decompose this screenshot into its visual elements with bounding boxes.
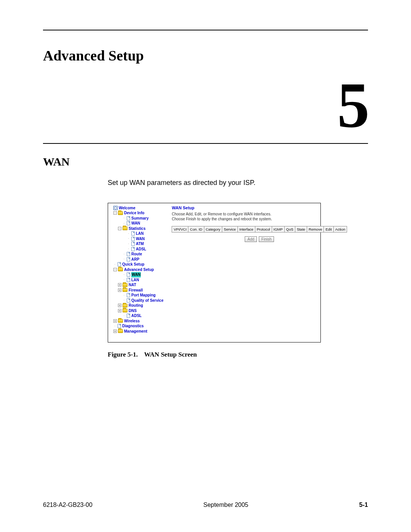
expand-icon[interactable]: +	[118, 304, 121, 307]
tree-label: Welcome	[119, 205, 135, 211]
tree-label: Diagnostics	[122, 323, 144, 329]
wan-table: VPI/VCI Con. ID Category Service Interfa…	[172, 226, 347, 233]
finish-button[interactable]: Finish	[259, 236, 274, 242]
folder-icon	[118, 211, 123, 215]
panel-text-1: Choose Add, Edit, or Remove to configure…	[172, 212, 347, 217]
page-icon	[131, 247, 135, 251]
tree-adv-adsl[interactable]: ·ADSL	[110, 313, 163, 319]
tree-welcome[interactable]: Welcome	[110, 205, 163, 211]
collapse-icon[interactable]: -	[118, 227, 121, 230]
footer-date: September 2005	[203, 502, 248, 508]
tree-device-info[interactable]: -Device Info	[110, 210, 163, 216]
collapse-icon[interactable]: -	[113, 268, 117, 271]
page-icon	[127, 298, 130, 303]
col-service: Service	[222, 226, 238, 232]
col-state: State	[295, 226, 307, 232]
tree-label: NAT	[129, 282, 136, 288]
tree-label-selected: WAN	[131, 272, 141, 277]
folder-icon	[123, 226, 127, 230]
tree-quick-setup[interactable]: ·Quick Setup	[110, 262, 163, 267]
panel-text-2: Choose Finish to apply the changes and r…	[172, 217, 347, 221]
tree-arp[interactable]: ·ARP	[110, 257, 163, 262]
folder-icon	[118, 329, 123, 333]
tree-route[interactable]: ·Route	[110, 252, 163, 257]
tree-firewall[interactable]: +Firewall	[110, 288, 163, 293]
tree-wan[interactable]: ·WAN	[110, 221, 163, 226]
page-icon	[127, 257, 130, 261]
col-interface: Interface	[237, 226, 255, 232]
tree-label: ADSL	[136, 247, 146, 252]
tree-label: Wireless	[124, 319, 140, 324]
tree-nat[interactable]: +NAT	[110, 282, 163, 288]
rule-top	[43, 30, 368, 30]
tree-label: ATM	[136, 241, 144, 247]
figure-caption-prefix: Figure 5-1.	[108, 351, 138, 358]
table-header-row: VPI/VCI Con. ID Category Service Interfa…	[172, 226, 347, 232]
page-icon	[118, 324, 121, 328]
expand-icon[interactable]: +	[118, 283, 121, 287]
tree-stat-atm[interactable]: ·ATM	[110, 241, 163, 247]
tree-routing[interactable]: +Routing	[110, 303, 163, 308]
tree-statistics[interactable]: -Statistics	[110, 226, 163, 231]
page-icon	[131, 242, 135, 246]
col-qos: QoS	[284, 226, 295, 232]
tree-dns[interactable]: +DNS	[110, 308, 163, 314]
tree-stat-wan[interactable]: ·WAN	[110, 236, 163, 242]
page-icon	[127, 216, 130, 220]
folder-icon	[118, 268, 123, 271]
tree-adv-wan[interactable]: ·WAN	[110, 272, 163, 277]
tree-label: Management	[124, 329, 147, 334]
col-category: Category	[204, 226, 222, 232]
rule-below-number	[43, 143, 368, 144]
section-body: Set up WAN parameters as directed by you…	[108, 179, 368, 187]
tree-label: Summary	[131, 216, 149, 221]
tree-advanced-setup[interactable]: -Advanced Setup	[110, 267, 163, 272]
page-icon	[127, 278, 130, 282]
page-icon	[127, 293, 130, 297]
col-edit: Edit	[324, 226, 333, 232]
expand-icon[interactable]: +	[118, 309, 121, 312]
tree-label: Statistics	[129, 226, 145, 231]
tree-label: Firewall	[129, 288, 143, 293]
tree-label: LAN	[136, 231, 144, 236]
add-button[interactable]: Add	[245, 236, 257, 242]
collapse-icon[interactable]: -	[113, 211, 117, 215]
chapter-number: 5	[43, 75, 368, 136]
page-footer: 6218-A2-GB23-00 September 2005 5-1	[43, 502, 368, 508]
tree-qos[interactable]: ·Quality of Service	[110, 298, 163, 303]
monitor-icon	[113, 206, 118, 210]
page-icon	[127, 314, 130, 318]
col-igmp: IGMP	[272, 226, 284, 232]
folder-icon	[123, 288, 127, 292]
folder-icon	[123, 283, 127, 287]
tree-label: LAN	[131, 277, 139, 283]
tree-label: Routing	[129, 303, 143, 308]
tree-port-mapping[interactable]: ·Port Mapping	[110, 293, 163, 298]
folder-icon	[123, 309, 127, 312]
expand-icon[interactable]: +	[113, 319, 117, 323]
footer-page-number: 5-1	[359, 502, 368, 508]
page-icon	[131, 231, 135, 236]
tree-label: WAN	[131, 221, 140, 226]
tree-label: ADSL	[131, 313, 142, 319]
tree-management[interactable]: +Management	[110, 329, 163, 334]
tree-diagnostics[interactable]: ·Diagnostics	[110, 323, 163, 329]
page-icon	[127, 272, 130, 277]
expand-icon[interactable]: +	[113, 330, 117, 333]
expand-icon[interactable]: +	[118, 288, 121, 292]
tree-adv-lan[interactable]: ·LAN	[110, 277, 163, 283]
tree-label: DNS	[129, 308, 137, 314]
chapter-title: Advanced Setup	[43, 47, 368, 64]
folder-icon	[118, 319, 123, 323]
col-vpi-vci: VPI/VCI	[172, 226, 188, 232]
tree-summary[interactable]: ·Summary	[110, 216, 163, 221]
tree-label: Device Info	[124, 210, 144, 216]
tree-stat-lan[interactable]: ·LAN	[110, 231, 163, 236]
tree-label: Port Mapping	[131, 293, 156, 298]
tree-label: Advanced Setup	[124, 267, 154, 272]
figure-caption-text: WAN Setup Screen	[144, 351, 197, 358]
tree-stat-adsl[interactable]: ·ADSL	[110, 247, 163, 252]
tree-label: WAN	[136, 236, 145, 242]
tree-label: Route	[131, 252, 142, 257]
tree-wireless[interactable]: +Wireless	[110, 319, 163, 324]
